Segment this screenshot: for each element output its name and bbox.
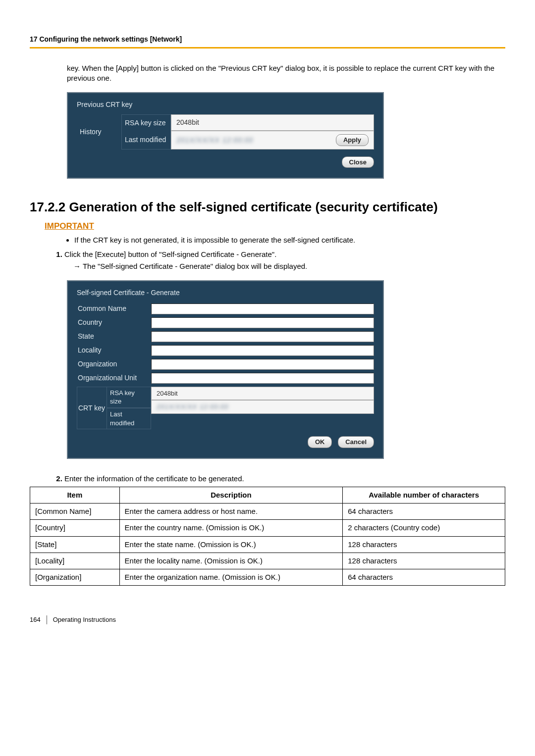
doc-title: Operating Instructions (53, 615, 116, 624)
intro-paragraph: key. When the [Apply] button is clicked … (67, 63, 505, 84)
col-desc: Description (119, 487, 343, 503)
table-row: [Locality]Enter the locality name. (Omis… (30, 553, 505, 569)
dialog-title: Self-signed Certificate - Generate (77, 288, 374, 298)
step-1-arrow: → The "Self-signed Certificate - Generat… (73, 261, 505, 271)
state-label: State (77, 332, 151, 341)
history-label: History (77, 114, 121, 149)
locality-input[interactable] (151, 345, 374, 356)
close-button[interactable]: Close (342, 156, 374, 168)
org-unit-input[interactable] (151, 373, 374, 384)
ok-button[interactable]: OK (308, 436, 332, 448)
crt-key-label: CRT key (77, 387, 107, 429)
self-signed-cert-dialog: Self-signed Certificate - Generate Commo… (67, 280, 384, 459)
step-1: Click the [Execute] button of "Self-sign… (64, 250, 505, 259)
table-row: [Country]Enter the country name. (Omissi… (30, 520, 505, 536)
last-modified-label: Last modified (121, 131, 171, 150)
apply-button[interactable]: Apply (336, 134, 369, 146)
col-item: Item (30, 487, 120, 503)
organization-label: Organization (77, 359, 151, 369)
page-number: 164 (30, 615, 47, 624)
country-label: Country (77, 318, 151, 327)
previous-crt-key-dialog: Previous CRT key History RSA key size 20… (67, 92, 384, 179)
step-2: Enter the information of the certificate… (64, 474, 505, 484)
important-text: If the CRT key is not generated, it is i… (74, 235, 505, 245)
rsa-key-size-value: 2048bit (151, 387, 374, 401)
page-footer: 164 Operating Instructions (30, 615, 505, 624)
country-input[interactable] (151, 317, 374, 328)
table-row: [Organization]Enter the organization nam… (30, 569, 505, 586)
common-name-input[interactable] (151, 303, 374, 314)
cancel-button[interactable]: Cancel (338, 436, 374, 448)
important-label: IMPORTANT (45, 221, 505, 232)
last-modified-value: 201X/XX/XX 12:00:00 (151, 400, 374, 414)
dialog-title: Previous CRT key (77, 100, 374, 109)
common-name-label: Common Name (77, 304, 151, 313)
certificate-fields-table: Item Description Available number of cha… (30, 487, 505, 586)
last-modified-value: 201X/XX/XX 12:00:00 Apply (171, 131, 374, 150)
state-input[interactable] (151, 331, 374, 342)
col-chars: Available number of characters (343, 487, 505, 503)
org-unit-label: Organizational Unit (77, 373, 151, 383)
rsa-key-size-label: RSA key size (121, 114, 171, 131)
rsa-key-size-label: RSA key size (107, 387, 151, 408)
table-row: [State]Enter the state name. (Omission i… (30, 536, 505, 553)
locality-label: Locality (77, 346, 151, 355)
section-heading: 17.2.2 Generation of the self-signed cer… (30, 199, 505, 216)
table-row: [Common Name]Enter the camera address or… (30, 504, 505, 520)
chapter-header: 17 Configuring the network settings [Net… (30, 35, 505, 49)
organization-input[interactable] (151, 359, 374, 370)
last-modified-label: Last modified (107, 408, 151, 429)
rsa-key-size-value: 2048bit (171, 114, 374, 131)
